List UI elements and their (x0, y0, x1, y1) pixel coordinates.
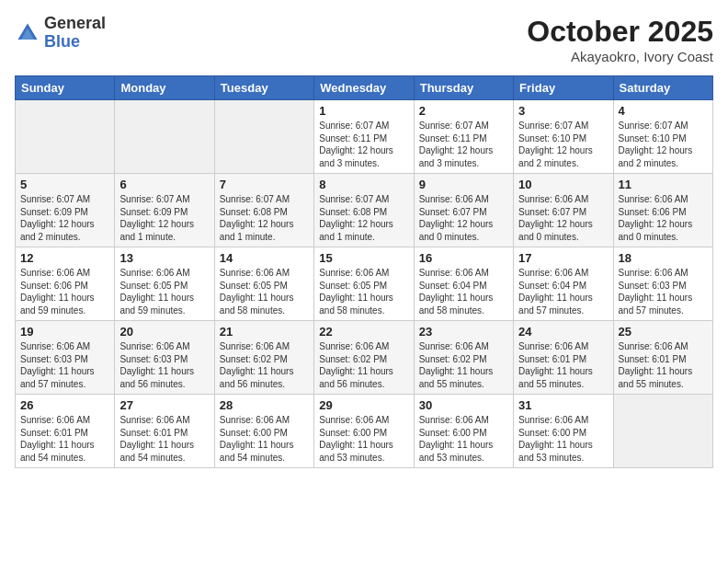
calendar-cell: 25Sunrise: 6:06 AMSunset: 6:01 PMDayligh… (613, 321, 712, 395)
calendar-cell: 3Sunrise: 6:07 AMSunset: 6:10 PMDaylight… (514, 100, 613, 174)
calendar-week-row: 5Sunrise: 6:07 AMSunset: 6:09 PMDaylight… (16, 174, 713, 247)
calendar-cell: 1Sunrise: 6:07 AMSunset: 6:11 PMDaylight… (314, 100, 414, 174)
day-info: Sunrise: 6:06 AMSunset: 6:02 PMDaylight:… (220, 340, 309, 390)
calendar-cell: 26Sunrise: 6:06 AMSunset: 6:01 PMDayligh… (16, 395, 115, 468)
calendar-cell: 10Sunrise: 6:06 AMSunset: 6:07 PMDayligh… (514, 174, 613, 247)
day-info: Sunrise: 6:06 AMSunset: 6:01 PMDaylight:… (119, 414, 209, 464)
day-info: Sunrise: 6:06 AMSunset: 6:05 PMDaylight:… (220, 267, 309, 316)
weekday-header: Friday (514, 76, 613, 100)
day-info: Sunrise: 6:06 AMSunset: 6:00 PMDaylight:… (319, 414, 408, 464)
calendar-cell: 17Sunrise: 6:06 AMSunset: 6:04 PMDayligh… (514, 247, 613, 321)
day-number: 28 (220, 398, 309, 412)
day-number: 14 (220, 251, 309, 265)
day-number: 7 (220, 178, 309, 191)
day-number: 9 (419, 178, 508, 191)
calendar-cell: 9Sunrise: 6:06 AMSunset: 6:07 PMDaylight… (414, 174, 513, 247)
weekday-header: Wednesday (314, 76, 414, 100)
day-number: 18 (619, 251, 708, 265)
day-info: Sunrise: 6:06 AMSunset: 6:01 PMDaylight:… (518, 340, 608, 390)
calendar-cell: 12Sunrise: 6:06 AMSunset: 6:06 PMDayligh… (16, 247, 115, 321)
day-number: 24 (518, 325, 608, 339)
day-info: Sunrise: 6:06 AMSunset: 6:06 PMDaylight:… (20, 267, 109, 316)
day-info: Sunrise: 6:06 AMSunset: 6:07 PMDaylight:… (419, 193, 508, 243)
page-header: General Blue October 2025 Akayaokro, Ivo… (15, 15, 713, 64)
day-number: 3 (518, 104, 608, 118)
day-number: 8 (319, 178, 408, 191)
day-info: Sunrise: 6:06 AMSunset: 6:02 PMDaylight:… (419, 340, 508, 390)
calendar-table: SundayMondayTuesdayWednesdayThursdayFrid… (15, 75, 713, 468)
calendar-cell: 8Sunrise: 6:07 AMSunset: 6:08 PMDaylight… (314, 174, 414, 247)
day-info: Sunrise: 6:06 AMSunset: 6:05 PMDaylight:… (319, 267, 408, 316)
day-number: 23 (419, 325, 508, 339)
calendar-cell: 2Sunrise: 6:07 AMSunset: 6:11 PMDaylight… (414, 100, 513, 174)
weekday-header: Tuesday (214, 76, 313, 100)
day-info: Sunrise: 6:06 AMSunset: 6:00 PMDaylight:… (220, 414, 309, 464)
calendar-cell (115, 100, 214, 174)
calendar-body: 1Sunrise: 6:07 AMSunset: 6:11 PMDaylight… (16, 100, 713, 468)
logo-general: General (44, 15, 106, 33)
day-info: Sunrise: 6:06 AMSunset: 6:04 PMDaylight:… (419, 267, 508, 316)
day-number: 19 (20, 325, 109, 339)
location-subtitle: Akayaokro, Ivory Coast (527, 49, 713, 64)
weekday-header: Sunday (16, 76, 115, 100)
day-info: Sunrise: 6:07 AMSunset: 6:10 PMDaylight:… (518, 120, 608, 169)
logo-icon (15, 20, 40, 46)
calendar-cell: 27Sunrise: 6:06 AMSunset: 6:01 PMDayligh… (115, 395, 214, 468)
calendar-cell (214, 100, 313, 174)
day-info: Sunrise: 6:07 AMSunset: 6:08 PMDaylight:… (220, 193, 309, 243)
logo-text: General Blue (44, 15, 106, 52)
day-info: Sunrise: 6:07 AMSunset: 6:08 PMDaylight:… (319, 193, 408, 243)
calendar-cell: 14Sunrise: 6:06 AMSunset: 6:05 PMDayligh… (214, 247, 313, 321)
day-number: 10 (518, 178, 608, 191)
day-number: 26 (20, 398, 109, 412)
logo-blue: Blue (44, 33, 106, 52)
weekday-header-row: SundayMondayTuesdayWednesdayThursdayFrid… (16, 76, 713, 100)
day-number: 1 (319, 104, 408, 118)
day-number: 20 (119, 325, 209, 339)
calendar-cell: 24Sunrise: 6:06 AMSunset: 6:01 PMDayligh… (514, 321, 613, 395)
day-number: 16 (419, 251, 508, 265)
day-info: Sunrise: 6:07 AMSunset: 6:09 PMDaylight:… (20, 193, 109, 243)
calendar-cell: 4Sunrise: 6:07 AMSunset: 6:10 PMDaylight… (613, 100, 712, 174)
day-info: Sunrise: 6:07 AMSunset: 6:11 PMDaylight:… (319, 120, 408, 169)
calendar-cell: 6Sunrise: 6:07 AMSunset: 6:09 PMDaylight… (115, 174, 214, 247)
calendar-cell (16, 100, 115, 174)
day-number: 21 (220, 325, 309, 339)
day-info: Sunrise: 6:06 AMSunset: 6:01 PMDaylight:… (20, 414, 109, 464)
day-info: Sunrise: 6:06 AMSunset: 6:00 PMDaylight:… (518, 414, 608, 464)
calendar-week-row: 26Sunrise: 6:06 AMSunset: 6:01 PMDayligh… (16, 395, 713, 468)
calendar-week-row: 1Sunrise: 6:07 AMSunset: 6:11 PMDaylight… (16, 100, 713, 174)
calendar-cell: 16Sunrise: 6:06 AMSunset: 6:04 PMDayligh… (414, 247, 513, 321)
calendar-cell: 20Sunrise: 6:06 AMSunset: 6:03 PMDayligh… (115, 321, 214, 395)
day-number: 2 (419, 104, 508, 118)
calendar-cell: 5Sunrise: 6:07 AMSunset: 6:09 PMDaylight… (16, 174, 115, 247)
day-number: 22 (319, 325, 408, 339)
day-number: 15 (319, 251, 408, 265)
day-number: 31 (518, 398, 608, 412)
calendar-cell (613, 395, 712, 468)
calendar-cell: 7Sunrise: 6:07 AMSunset: 6:08 PMDaylight… (214, 174, 313, 247)
day-info: Sunrise: 6:06 AMSunset: 6:00 PMDaylight:… (419, 414, 508, 464)
calendar-cell: 13Sunrise: 6:06 AMSunset: 6:05 PMDayligh… (115, 247, 214, 321)
calendar-cell: 31Sunrise: 6:06 AMSunset: 6:00 PMDayligh… (514, 395, 613, 468)
calendar-cell: 22Sunrise: 6:06 AMSunset: 6:02 PMDayligh… (314, 321, 414, 395)
calendar-cell: 30Sunrise: 6:06 AMSunset: 6:00 PMDayligh… (414, 395, 513, 468)
day-number: 12 (20, 251, 109, 265)
weekday-header: Monday (115, 76, 214, 100)
calendar-cell: 23Sunrise: 6:06 AMSunset: 6:02 PMDayligh… (414, 321, 513, 395)
month-title: October 2025 (527, 15, 713, 49)
calendar-cell: 19Sunrise: 6:06 AMSunset: 6:03 PMDayligh… (16, 321, 115, 395)
calendar-header: SundayMondayTuesdayWednesdayThursdayFrid… (16, 76, 713, 100)
calendar-week-row: 19Sunrise: 6:06 AMSunset: 6:03 PMDayligh… (16, 321, 713, 395)
calendar-cell: 11Sunrise: 6:06 AMSunset: 6:06 PMDayligh… (613, 174, 712, 247)
calendar-cell: 29Sunrise: 6:06 AMSunset: 6:00 PMDayligh… (314, 395, 414, 468)
day-info: Sunrise: 6:06 AMSunset: 6:03 PMDaylight:… (119, 340, 209, 390)
day-number: 6 (119, 178, 209, 191)
day-info: Sunrise: 6:06 AMSunset: 6:01 PMDaylight:… (619, 340, 708, 390)
title-block: October 2025 Akayaokro, Ivory Coast (527, 15, 713, 64)
day-info: Sunrise: 6:07 AMSunset: 6:10 PMDaylight:… (619, 120, 708, 169)
weekday-header: Thursday (414, 76, 513, 100)
day-info: Sunrise: 6:06 AMSunset: 6:07 PMDaylight:… (518, 193, 608, 243)
day-info: Sunrise: 6:06 AMSunset: 6:03 PMDaylight:… (20, 340, 109, 390)
calendar-cell: 18Sunrise: 6:06 AMSunset: 6:03 PMDayligh… (613, 247, 712, 321)
